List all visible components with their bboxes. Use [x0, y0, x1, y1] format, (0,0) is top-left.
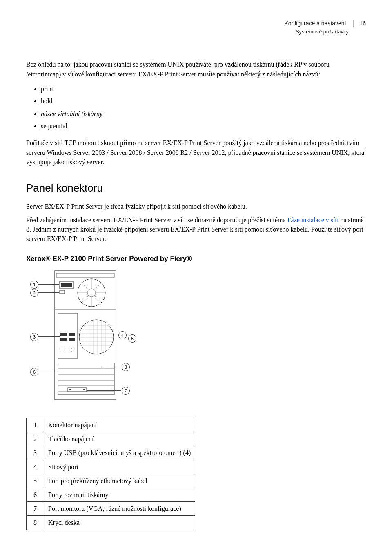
page-header: Konfigurace a nastavení 16 Systémové pož…	[26, 20, 366, 35]
legend-text: Konektor napájení	[44, 418, 195, 432]
svg-rect-16	[69, 338, 75, 341]
legend-text: Krycí deska	[44, 516, 195, 530]
legend-text: Porty rozhraní tiskárny	[44, 488, 195, 501]
legend-number: 2	[27, 432, 44, 446]
svg-rect-3	[61, 283, 72, 287]
leader-line	[78, 335, 118, 335]
name-list: print hold název virtuální tiskárny sequ…	[26, 83, 366, 133]
after-bullets-paragraph: Počítače v síti TCP mohou tisknout přímo…	[26, 138, 366, 167]
leader-line	[102, 367, 121, 367]
svg-rect-13	[60, 333, 67, 336]
table-row: 5Port pro překřížený ethernetový kabel	[27, 474, 195, 488]
list-item: název virtuální tiskárny	[41, 108, 366, 120]
legend-text: Porty USB (pro klávesnici, myš a spektro…	[44, 446, 195, 460]
section-heading: Panel konektoru	[26, 180, 366, 196]
callout-4: 4	[118, 331, 127, 339]
svg-point-17	[61, 349, 63, 351]
legend-number: 5	[27, 474, 44, 488]
callout-1: 1	[30, 281, 38, 289]
callout-6: 6	[30, 368, 38, 376]
svg-rect-15	[60, 338, 67, 341]
list-item: hold	[41, 95, 366, 107]
legend-number: 7	[27, 502, 44, 516]
legend-body: 1Konektor napájení2Tlačítko napájení3Por…	[27, 418, 195, 530]
svg-point-42	[83, 389, 85, 390]
table-row: 1Konektor napájení	[27, 418, 195, 432]
leader-line	[38, 292, 59, 293]
callout-8: 8	[122, 363, 130, 371]
header-title: Konfigurace a nastavení	[285, 20, 346, 27]
text-fragment: Před zahájením instalace serveru EX/EX-P…	[26, 216, 287, 223]
legend-table: 1Konektor napájení2Tlačítko napájení3Por…	[26, 418, 195, 530]
legend-text: Port monitoru (VGA; různé možnosti konfi…	[44, 502, 195, 516]
table-row: 6Porty rozhraní tiskárny	[27, 488, 195, 501]
callout-3: 3	[30, 333, 38, 341]
callout-7: 7	[122, 387, 130, 395]
paragraph: Server EX/EX-P Print Server je třeba fyz…	[26, 202, 366, 211]
table-row: 2Tlačítko napájení	[27, 432, 195, 446]
list-item: sequential	[41, 120, 366, 132]
legend-text: Port pro překřížený ethernetový kabel	[44, 474, 195, 488]
leader-line	[38, 284, 59, 285]
page-number: 16	[353, 20, 366, 27]
legend-text: Tlačítko napájení	[44, 432, 195, 446]
svg-rect-4	[60, 290, 65, 294]
svg-point-18	[66, 349, 68, 351]
svg-point-19	[71, 349, 73, 351]
paragraph: Před zahájením instalace serveru EX/EX-P…	[26, 215, 366, 244]
table-row: 8Krycí deska	[27, 516, 195, 530]
svg-point-41	[69, 389, 71, 390]
svg-rect-14	[69, 333, 75, 336]
svg-point-10	[87, 289, 96, 297]
svg-rect-1	[56, 273, 114, 277]
leader-line	[87, 390, 121, 391]
table-row: 3Porty USB (pro klávesnici, myš a spektr…	[27, 446, 195, 460]
legend-number: 1	[27, 418, 44, 432]
rear-panel-diagram: 1 2 3 4 5 6 8 7	[30, 268, 153, 407]
legend-number: 6	[27, 488, 44, 501]
leader-line	[38, 372, 57, 372]
header-subtitle: Systémové požadavky	[26, 28, 366, 36]
intro-paragraph: Bez ohledu na to, jakou pracovní stanici…	[26, 60, 366, 78]
table-row: 7Port monitoru (VGA; různé možnosti konf…	[27, 502, 195, 516]
cross-reference-link[interactable]: Fáze instalace v síti	[287, 216, 339, 223]
leader-line	[38, 336, 60, 337]
callout-5: 5	[128, 334, 136, 343]
list-item: print	[41, 83, 366, 95]
sub-heading: Xerox® EX-P 2100 Print Server Powered by…	[26, 254, 366, 264]
legend-text: Síťový port	[44, 460, 195, 474]
legend-number: 8	[27, 516, 44, 530]
legend-number: 3	[27, 446, 44, 460]
callout-2: 2	[30, 289, 38, 297]
legend-number: 4	[27, 460, 44, 474]
table-row: 4Síťový port	[27, 460, 195, 474]
